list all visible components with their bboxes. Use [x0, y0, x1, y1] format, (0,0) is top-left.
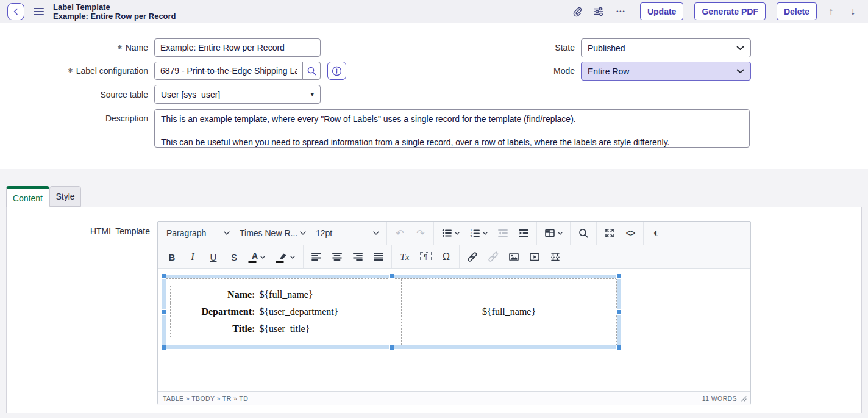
italic-button[interactable]: I	[182, 248, 203, 266]
insert-link-button[interactable]	[462, 248, 483, 266]
table-row: Department: ${user_department}	[171, 303, 388, 320]
align-right-button[interactable]	[347, 248, 368, 266]
chevron-down-icon	[483, 232, 488, 235]
font-size-select[interactable]: 12pt	[311, 224, 384, 242]
paragraph-marks-icon: ¶	[420, 252, 432, 262]
undo-button[interactable]: ↶	[390, 224, 410, 242]
source-code-button[interactable]: <>	[620, 224, 641, 242]
chevron-down-icon	[455, 232, 460, 235]
align-right-icon	[352, 251, 363, 262]
header-bar: Label Template Example: Entire Row per R…	[0, 0, 868, 23]
label-configuration-input[interactable]	[154, 62, 303, 80]
context-menu-icon[interactable]	[34, 8, 44, 15]
mode-field-label: Mode	[427, 66, 575, 76]
remove-link-button[interactable]	[483, 248, 503, 266]
mode-select[interactable]: Entire Row	[581, 62, 751, 81]
special-character-button[interactable]: Ω	[436, 248, 457, 266]
generate-pdf-button[interactable]: Generate PDF	[694, 2, 766, 20]
field-name-label-cell[interactable]: Name:	[171, 286, 257, 303]
text-color-bar	[249, 261, 257, 263]
redo-button[interactable]: ↷	[410, 224, 431, 242]
align-center-button[interactable]	[327, 248, 347, 266]
table-row: Name: ${full_name}	[171, 286, 388, 303]
numbered-list-button[interactable]: 123	[464, 224, 493, 242]
clear-formatting-button[interactable]: Tx	[394, 248, 415, 266]
editor-toolbar-row-1: Paragraph Times New R... 12pt ↶ ↷ 123	[158, 222, 750, 245]
more-options-icon[interactable]: •••	[613, 4, 629, 20]
align-left-button[interactable]	[306, 248, 327, 266]
underline-button[interactable]: U	[203, 248, 224, 266]
resize-handle-mid-left[interactable]	[161, 309, 166, 315]
resize-handle-top-right[interactable]	[616, 273, 622, 279]
highlight-color-button[interactable]	[272, 248, 301, 266]
insert-media-button[interactable]	[524, 248, 545, 266]
field-department-label-cell[interactable]: Department:	[171, 303, 257, 320]
required-marker-icon: ✱	[68, 67, 73, 74]
contrast-dark-mode-button[interactable]: ◐	[646, 224, 667, 242]
formatting-marks-button[interactable]: ¶	[415, 248, 436, 266]
label-row-table[interactable]: Name: ${full_name} Department: ${user_de…	[166, 278, 617, 345]
page-break-button[interactable]	[545, 248, 566, 266]
description-textarea[interactable]: This is an example template, where every…	[154, 109, 750, 148]
search-icon	[578, 228, 589, 239]
chevron-down-icon	[260, 256, 265, 259]
field-name-value-cell[interactable]: ${full_name}	[257, 286, 388, 303]
resize-handle-top-center[interactable]	[389, 273, 394, 279]
chevron-down-icon	[224, 231, 230, 235]
resize-grip-icon[interactable]	[741, 395, 747, 402]
strikethrough-button[interactable]: S	[224, 248, 244, 266]
paragraph-style-select[interactable]: Paragraph	[162, 224, 235, 242]
bold-button[interactable]: B	[162, 248, 182, 266]
text-color-button[interactable]: A	[244, 248, 272, 266]
tab-style[interactable]: Style	[49, 186, 81, 207]
resize-handle-bottom-right[interactable]	[616, 345, 622, 350]
field-title-value-cell[interactable]: ${user_title}	[257, 320, 388, 337]
chevron-down-icon	[373, 231, 379, 235]
element-path-breadcrumb[interactable]: TABLE » TBODY » TR » TD	[163, 395, 248, 402]
attachment-paperclip-icon[interactable]	[569, 4, 585, 20]
align-justify-button[interactable]	[368, 248, 389, 266]
page-break-icon	[550, 251, 561, 262]
field-department-value-cell[interactable]: ${user_department}	[257, 303, 388, 320]
source-table-select[interactable]: User [sys_user] ▾	[154, 85, 321, 104]
resize-handle-mid-right[interactable]	[616, 309, 622, 315]
previous-record-up-arrow-icon[interactable]: ↑	[823, 4, 839, 20]
state-select[interactable]: Published	[581, 38, 751, 57]
outdent-button[interactable]	[493, 224, 513, 242]
bullet-list-button[interactable]	[436, 224, 464, 242]
info-icon	[332, 66, 342, 76]
source-table-field-label: Source table	[0, 90, 148, 99]
word-count: 11 WORDS	[702, 395, 737, 402]
reference-lookup-button[interactable]	[302, 62, 321, 80]
search-replace-button[interactable]	[573, 224, 594, 242]
delete-button[interactable]: Delete	[777, 2, 817, 20]
table-cell-right[interactable]: ${full_name}	[402, 279, 616, 345]
indent-button[interactable]	[513, 224, 534, 242]
next-record-down-arrow-icon[interactable]: ↓	[845, 4, 861, 20]
font-family-select[interactable]: Times New R...	[235, 224, 311, 242]
resize-handle-bottom-left[interactable]	[161, 345, 166, 350]
resize-handle-bottom-center[interactable]	[389, 345, 394, 350]
name-input[interactable]	[154, 38, 321, 57]
fullscreen-button[interactable]	[599, 224, 620, 242]
table-cell-left[interactable]: Name: ${full_name} Department: ${user_de…	[166, 279, 402, 345]
selected-table[interactable]: Name: ${full_name} Department: ${user_de…	[162, 275, 621, 349]
media-play-icon	[529, 251, 540, 262]
field-title-label-cell[interactable]: Title:	[171, 320, 257, 337]
update-button[interactable]: Update	[640, 2, 683, 20]
editor-content-area[interactable]: Name: ${full_name} Department: ${user_de…	[158, 269, 750, 391]
table-button[interactable]	[539, 224, 567, 242]
description-field-label: Description	[0, 114, 148, 123]
reference-info-button[interactable]	[327, 62, 346, 80]
back-button[interactable]	[7, 3, 24, 20]
numbered-list-icon: 123	[469, 228, 480, 239]
fullscreen-icon	[604, 228, 615, 239]
insert-image-button[interactable]	[503, 248, 524, 266]
unlink-icon	[488, 251, 499, 262]
chevron-down-icon	[290, 256, 295, 259]
tab-content[interactable]: Content	[6, 186, 49, 207]
resize-handle-top-left[interactable]	[161, 273, 166, 279]
personalize-form-sliders-icon[interactable]	[591, 4, 607, 20]
svg-text:3: 3	[470, 234, 472, 238]
rich-text-editor: Paragraph Times New R... 12pt ↶ ↷ 123	[157, 221, 751, 405]
